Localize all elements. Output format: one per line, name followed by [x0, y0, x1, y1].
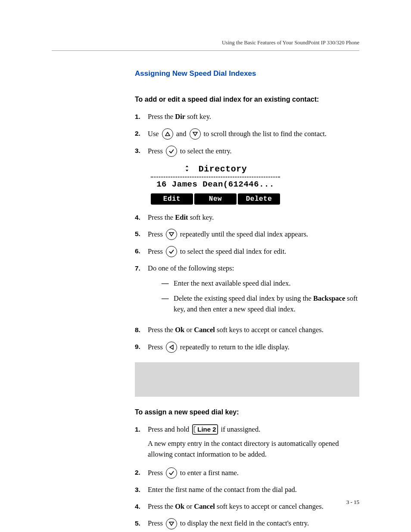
- step-body: Press to enter a first name.: [148, 467, 359, 479]
- step-body: Use and to scroll through the list to fi…: [148, 128, 359, 140]
- dash-bullet: —: [162, 278, 174, 289]
- text: or: [184, 326, 194, 334]
- text: Press the: [148, 326, 175, 334]
- text: soft key.: [185, 112, 211, 121]
- softkey-new: New: [194, 193, 237, 205]
- text: or: [184, 502, 194, 510]
- down-arrow-icon: [166, 229, 177, 240]
- step-body: Do one of the following steps: — Enter t…: [148, 263, 359, 319]
- step-b4: 4. Press the Ok or Cancel soft keys to a…: [135, 501, 359, 512]
- down-arrow-icon: [166, 518, 177, 529]
- procedure-2-list: 1. Press and hold Line 2 if unassigned. …: [135, 424, 359, 532]
- step-number: 8.: [135, 325, 148, 335]
- softkey-edit: Edit: [151, 193, 193, 205]
- text: repeatedly to return to the idle display…: [180, 342, 290, 353]
- screen-title: Directory: [199, 163, 247, 176]
- softkey-name: Ok: [175, 326, 184, 334]
- text: to select the speed dial index for edit.: [180, 246, 286, 257]
- step-number: 3.: [135, 146, 148, 156]
- softkey-name: Cancel: [194, 326, 215, 334]
- paragraph: A new empty entry in the contact directo…: [148, 439, 359, 460]
- text: repeatedly until the speed dial index ap…: [180, 229, 308, 240]
- text: and: [176, 129, 187, 140]
- check-icon: [166, 146, 177, 157]
- section-title: Assigning New Speed Dial Indexes: [135, 68, 359, 79]
- step-b5: 5. Press to display the next field in th…: [135, 518, 359, 529]
- text: Delete the existing speed dial index by …: [174, 293, 359, 315]
- step-number: 2.: [135, 467, 148, 477]
- softkey-name: Dir: [175, 112, 185, 121]
- dash-bullet: —: [162, 293, 174, 315]
- text: to enter a first name.: [180, 468, 239, 479]
- page-number: 3 - 15: [346, 498, 359, 507]
- procedure-1-list-cont: 4. Press the Edit soft key. 5. Press rep…: [135, 212, 359, 353]
- screen-entry: 16 James Dean(612446...: [151, 177, 280, 191]
- text: soft key.: [188, 213, 214, 221]
- step-body: Press and hold Line 2 if unassigned. A n…: [148, 424, 359, 461]
- scroll-arrows-icon: [184, 163, 190, 176]
- step-number: 6.: [135, 246, 148, 256]
- text: Press: [148, 146, 163, 157]
- step-number: 2.: [135, 128, 148, 138]
- procedure-1-list: 1. Press the Dir soft key. 2. Use and to…: [135, 112, 359, 157]
- step-number: 3.: [135, 485, 148, 495]
- text: Delete the existing speed dial index by …: [174, 294, 313, 302]
- softkey-name: Backspace: [313, 294, 345, 302]
- note-block: [135, 362, 359, 397]
- text: to select the entry.: [180, 146, 232, 157]
- step-body: Press the Ok or Cancel soft keys to acce…: [148, 325, 359, 336]
- text: Press: [148, 246, 163, 257]
- step-7: 7. Do one of the following steps: — Ente…: [135, 263, 359, 319]
- text: Press and hold: [148, 424, 189, 435]
- step-3: 3. Press to select the entry.: [135, 146, 359, 157]
- step-2: 2. Use and to scroll through the list to…: [135, 128, 359, 140]
- text: Press: [148, 518, 163, 529]
- text: to scroll through the list to find the c…: [204, 129, 327, 140]
- step-number: 5.: [135, 518, 148, 528]
- step-body: Press repeatedly until the speed dial in…: [148, 229, 359, 240]
- softkey-name: Ok: [175, 502, 184, 510]
- procedure-heading-1: To add or edit a speed dial index for an…: [135, 94, 359, 105]
- step-number: 5.: [135, 229, 148, 239]
- step-number: 4.: [135, 501, 148, 511]
- softkey-name: Cancel: [194, 502, 215, 510]
- text: Press: [148, 468, 163, 479]
- softkey-delete: Delete: [238, 193, 280, 205]
- step-body: Press the Edit soft key.: [148, 212, 359, 223]
- step-body: Press repeatedly to return to the idle d…: [148, 342, 359, 353]
- step-number: 9.: [135, 342, 148, 352]
- text: Press the: [148, 213, 175, 221]
- step-number: 4.: [135, 212, 148, 222]
- text: if unassigned.: [221, 424, 261, 435]
- step-5: 5. Press repeatedly until the speed dial…: [135, 229, 359, 240]
- text: Press: [148, 342, 163, 353]
- running-header: Using the Basic Features of Your SoundPo…: [52, 39, 359, 51]
- step-body: Press to display the next field in the c…: [148, 518, 359, 529]
- text: Press the: [148, 502, 175, 510]
- step-body: Press to select the entry.: [148, 146, 359, 157]
- softkey-row: Edit New Delete: [151, 193, 280, 205]
- text: Use: [148, 129, 159, 140]
- up-arrow-icon: [162, 128, 173, 140]
- step-b2: 2. Press to enter a first name.: [135, 467, 359, 479]
- step-body: Press the Dir soft key.: [148, 112, 359, 122]
- sub-list: — Enter the next available speed dial in…: [162, 278, 359, 314]
- text: Press the: [148, 112, 175, 121]
- step-body: Enter the first name of the contact from…: [148, 485, 359, 495]
- step-body: Press to select the speed dial index for…: [148, 246, 359, 257]
- step-number: 1.: [135, 112, 148, 121]
- check-icon: [166, 467, 177, 479]
- text: soft keys to accept or cancel changes.: [215, 326, 324, 334]
- step-number: 1.: [135, 424, 148, 434]
- text: to display the next field in the contact…: [180, 518, 309, 529]
- step-8: 8. Press the Ok or Cancel soft keys to a…: [135, 325, 359, 336]
- text: Do one of the following steps:: [148, 264, 234, 272]
- text: Press: [148, 229, 163, 240]
- text: Enter the next available speed dial inde…: [174, 278, 291, 289]
- step-1: 1. Press the Dir soft key.: [135, 112, 359, 122]
- step-b3: 3. Enter the first name of the contact f…: [135, 485, 359, 495]
- down-arrow-icon: [190, 128, 201, 140]
- softkey-name: Edit: [175, 213, 188, 221]
- check-icon: [166, 246, 177, 257]
- left-arrow-icon: [166, 342, 177, 353]
